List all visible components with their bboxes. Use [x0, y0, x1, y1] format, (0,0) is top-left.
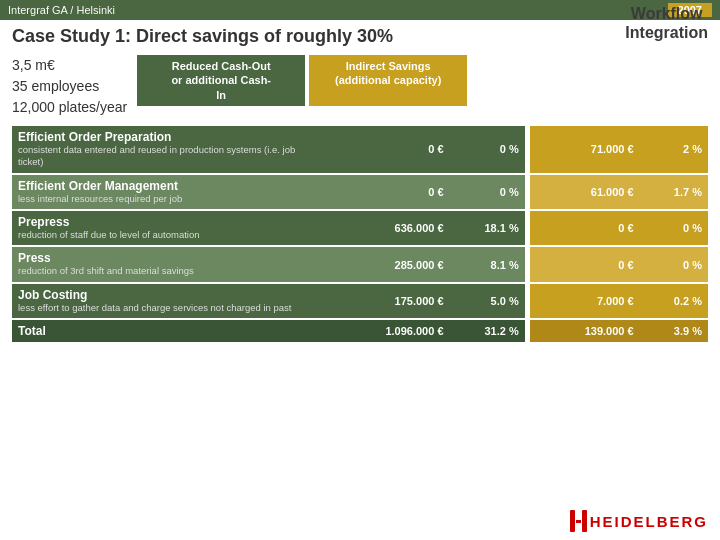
row-val4: 0 % [640, 247, 708, 281]
row-main-label: Prepress [18, 215, 320, 229]
logo-bar-right [582, 510, 587, 532]
logo-crossbar [576, 520, 581, 523]
reduced-cashout-header: Reduced Cash-Outor additional Cash-In [137, 55, 305, 106]
main-table: Efficient Order Preparation consistent d… [0, 124, 720, 344]
logo-text: HEIDELBERG [590, 513, 708, 530]
row-sub-label: consistent data entered and reused in pr… [18, 144, 320, 169]
row-label-cell: Prepress reduction of staff due to level… [12, 211, 326, 245]
logo-bar-left [570, 510, 575, 532]
row-val3: 139.000 € [530, 320, 639, 342]
row-val4: 3.9 % [640, 320, 708, 342]
row-val2: 0 % [450, 126, 525, 173]
row-sub-label: less effort to gather data and charge se… [18, 302, 320, 314]
column-headers: Reduced Cash-Outor additional Cash-In In… [137, 55, 467, 106]
heidelberg-logo: HEIDELBERG [570, 510, 708, 532]
summary-line2: 35 employees [12, 76, 127, 97]
row-sub-label: less internal resources required per job [18, 193, 320, 205]
summary-text: 3,5 m€ 35 employees 12,000 plates/year [12, 55, 127, 118]
row-val1: 175.000 € [326, 284, 449, 318]
row-val1: 0 € [326, 126, 449, 173]
row-val1: 0 € [326, 175, 449, 209]
row-val3: 0 € [530, 211, 639, 245]
row-val4: 2 % [640, 126, 708, 173]
row-main-label: Total [18, 324, 320, 338]
row-main-label: Efficient Order Management [18, 179, 320, 193]
row-val1: 1.096.000 € [326, 320, 449, 342]
row-val2: 31.2 % [450, 320, 525, 342]
row-label-cell: Press reduction of 3rd shift and materia… [12, 247, 326, 281]
row-val3: 0 € [530, 247, 639, 281]
row-sub-label: reduction of 3rd shift and material savi… [18, 265, 320, 277]
summary-area: 3,5 m€ 35 employees 12,000 plates/year R… [0, 51, 720, 120]
top-bar: Intergraf GA / Helsinki 2007 [0, 0, 720, 20]
indirect-savings-header: Indirect Savings(additional capacity) [309, 55, 467, 106]
company-name: Intergraf GA / Helsinki [8, 4, 115, 16]
row-val3: 7.000 € [530, 284, 639, 318]
row-main-label: Job Costing [18, 288, 320, 302]
data-table: Efficient Order Preparation consistent d… [12, 124, 708, 344]
row-val3: 61.000 € [530, 175, 639, 209]
row-val2: 0 % [450, 175, 525, 209]
row-label-cell: Job Costing less effort to gather data a… [12, 284, 326, 318]
row-val2: 5.0 % [450, 284, 525, 318]
row-val4: 0 % [640, 211, 708, 245]
row-label-cell: Total [12, 320, 326, 342]
row-sub-label: reduction of staff due to level of autom… [18, 229, 320, 241]
row-main-label: Efficient Order Preparation [18, 130, 320, 144]
summary-line3: 12,000 plates/year [12, 97, 127, 118]
summary-line1: 3,5 m€ [12, 55, 127, 76]
workflow-integration-title: WorkflowIntegration [625, 4, 708, 42]
heidelberg-logo-area: HEIDELBERG [570, 510, 708, 532]
row-label-cell: Efficient Order Preparation consistent d… [12, 126, 326, 173]
row-val4: 0.2 % [640, 284, 708, 318]
row-val2: 8.1 % [450, 247, 525, 281]
row-val3: 71.000 € [530, 126, 639, 173]
row-val1: 636.000 € [326, 211, 449, 245]
row-val1: 285.000 € [326, 247, 449, 281]
row-val4: 1.7 % [640, 175, 708, 209]
row-val2: 18.1 % [450, 211, 525, 245]
logo-h-shape [570, 510, 587, 532]
row-label-cell: Efficient Order Management less internal… [12, 175, 326, 209]
row-main-label: Press [18, 251, 320, 265]
case-study-title: Case Study 1: Direct savings of roughly … [0, 20, 720, 51]
